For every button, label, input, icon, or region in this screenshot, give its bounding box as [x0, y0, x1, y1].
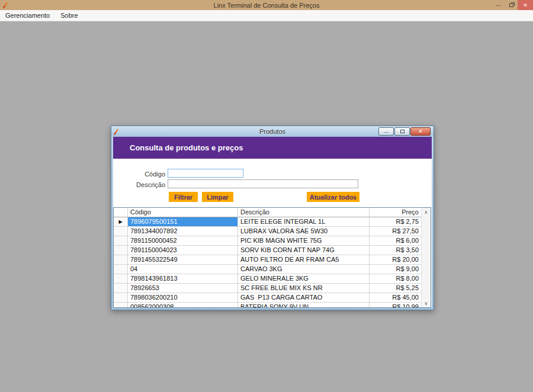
table-row: ▶ 7891150004023 SORV KIB CORN ATT NAP 74…: [114, 246, 421, 255]
codigo-cell[interactable]: 7898143961813: [128, 274, 238, 284]
table-row: ▶ 008562000308 BATERIA SONY 9V UN R$ 10,…: [114, 303, 421, 307]
grid-header-row: Código Descrição Preço: [114, 208, 421, 217]
descricao-cell[interactable]: LEITE ELEGE INTEGRAL 1L: [238, 217, 370, 227]
descricao-cell[interactable]: AUTO FILTRO DE AR FRAM CA5: [238, 255, 370, 265]
preco-cell[interactable]: R$ 6,00: [370, 236, 421, 246]
row-selector-cell[interactable]: ▶: [114, 246, 128, 255]
descricao-label: Descrição: [113, 181, 165, 188]
descricao-cell[interactable]: SORV KIB CORN ATT NAP 74G: [238, 246, 370, 255]
descricao-cell[interactable]: BATERIA SONY 9V UN: [238, 303, 370, 307]
minimize-icon[interactable]: —: [378, 127, 394, 136]
filtrar-button[interactable]: Filtrar: [169, 192, 198, 202]
scroll-down-icon[interactable]: ∨: [422, 299, 431, 307]
close-icon[interactable]: ✕: [518, 0, 533, 10]
atualizar-todos-button[interactable]: Atualizar todos: [307, 192, 359, 202]
preco-cell[interactable]: R$ 2,75: [370, 217, 421, 227]
preco-cell[interactable]: R$ 45,00: [370, 293, 421, 303]
descricao-cell[interactable]: LUBRAX VALORA SAE 5W30: [238, 227, 370, 236]
codigo-input[interactable]: [168, 169, 243, 178]
menubar: Gerenciamento Sobre: [0, 10, 533, 21]
row-selector-cell[interactable]: ▶: [114, 303, 128, 307]
table-row: ▶ 7896079500151 LEITE ELEGE INTEGRAL 1L …: [114, 217, 421, 227]
preco-cell[interactable]: R$ 8,00: [370, 274, 421, 284]
produtos-titlebar[interactable]: Produtos — ✕: [111, 126, 434, 137]
table-row: ▶ 7898036200210 GAS P13 CARGA CARTAO R$ …: [114, 293, 421, 303]
app-titlebar[interactable]: Linx Terminal de Consulta de Preços — ✕: [0, 0, 533, 10]
menu-item-gerenciamento[interactable]: Gerenciamento: [0, 10, 55, 21]
descricao-cell[interactable]: SC FREE BLUE MIX KS NR: [238, 284, 370, 293]
table-row: ▶ 7891344007892 LUBRAX VALORA SAE 5W30 R…: [114, 227, 421, 236]
codigo-cell[interactable]: 7891150000452: [128, 236, 238, 246]
row-selector-cell[interactable]: ▶: [114, 236, 128, 246]
close-icon[interactable]: ✕: [410, 127, 431, 136]
table-row: ▶ 7891150000452 PIC KIB MAGN WHITE 75G R…: [114, 236, 421, 246]
grid-header-preco[interactable]: Preço: [370, 208, 421, 217]
preco-cell[interactable]: R$ 5,25: [370, 284, 421, 293]
grid-header-codigo[interactable]: Código: [128, 208, 238, 217]
preco-cell[interactable]: R$ 10,99: [370, 303, 421, 307]
codigo-cell[interactable]: 78926653: [128, 284, 238, 293]
descricao-cell[interactable]: PIC KIB MAGN WHITE 75G: [238, 236, 370, 246]
table-row: ▶ 78926653 SC FREE BLUE MIX KS NR R$ 5,2…: [114, 284, 421, 293]
scroll-up-icon[interactable]: ∧: [422, 208, 431, 216]
row-selector-cell[interactable]: ▶: [114, 265, 128, 274]
row-selector-cell[interactable]: ▶: [114, 255, 128, 265]
current-row-pointer-icon: ▶: [118, 220, 122, 224]
descricao-input[interactable]: [168, 179, 358, 188]
produtos-grid-rows: Código Descrição Preço ▶ 7896079500151 L…: [114, 208, 421, 307]
codigo-cell[interactable]: 7891455322549: [128, 255, 238, 265]
consulta-header: Consulta de produtos e preços: [113, 137, 432, 159]
descricao-cell[interactable]: CARVAO 3KG: [238, 265, 370, 274]
codigo-cell[interactable]: 04: [128, 265, 238, 274]
preco-cell[interactable]: R$ 20,00: [370, 255, 421, 265]
table-row: ▶ 04 CARVAO 3KG R$ 9,00: [114, 265, 421, 274]
maximize-icon[interactable]: [394, 127, 410, 136]
codigo-label: Código: [113, 171, 165, 178]
limpar-button[interactable]: Limpar: [202, 192, 233, 202]
preco-cell[interactable]: R$ 27,50: [370, 227, 421, 236]
table-row: ▶ 7891455322549 AUTO FILTRO DE AR FRAM C…: [114, 255, 421, 265]
codigo-cell[interactable]: 7898036200210: [128, 293, 238, 303]
grid-header-rowselector: [114, 208, 128, 217]
preco-cell[interactable]: R$ 9,00: [370, 265, 421, 274]
menu-item-sobre[interactable]: Sobre: [55, 10, 83, 21]
app-title: Linx Terminal de Consulta de Preços: [0, 2, 533, 9]
row-selector-cell[interactable]: ▶: [114, 293, 128, 303]
table-row: ▶ 7898143961813 GELO MINERALE 3KG R$ 8,0…: [114, 274, 421, 284]
preco-cell[interactable]: R$ 3,50: [370, 246, 421, 255]
minimize-icon[interactable]: —: [492, 0, 505, 10]
codigo-cell[interactable]: 008562000308: [128, 303, 238, 307]
produtos-grid: Código Descrição Preço ▶ 7896079500151 L…: [113, 207, 431, 308]
row-selector-cell[interactable]: ▶: [114, 284, 128, 293]
produtos-window: Produtos — ✕ Consulta de produtos e preç…: [111, 126, 434, 310]
grid-vertical-scrollbar[interactable]: ∧ ∨: [421, 208, 431, 307]
restore-icon[interactable]: [505, 0, 518, 10]
codigo-cell[interactable]: 7891150004023: [128, 246, 238, 255]
codigo-cell[interactable]: 7896079500151: [128, 217, 238, 227]
app-window: Linx Terminal de Consulta de Preços — ✕ …: [0, 0, 533, 392]
grid-header-descricao[interactable]: Descrição: [238, 208, 370, 217]
row-selector-cell[interactable]: ▶: [114, 217, 128, 227]
mdi-desktop: Produtos — ✕ Consulta de produtos e preç…: [0, 21, 533, 392]
descricao-cell[interactable]: GAS P13 CARGA CARTAO: [238, 293, 370, 303]
row-selector-cell[interactable]: ▶: [114, 227, 128, 236]
codigo-cell[interactable]: 7891344007892: [128, 227, 238, 236]
produtos-window-body: Consulta de produtos e preços Código Des…: [113, 137, 432, 308]
descricao-cell[interactable]: GELO MINERALE 3KG: [238, 274, 370, 284]
row-selector-cell[interactable]: ▶: [114, 274, 128, 284]
